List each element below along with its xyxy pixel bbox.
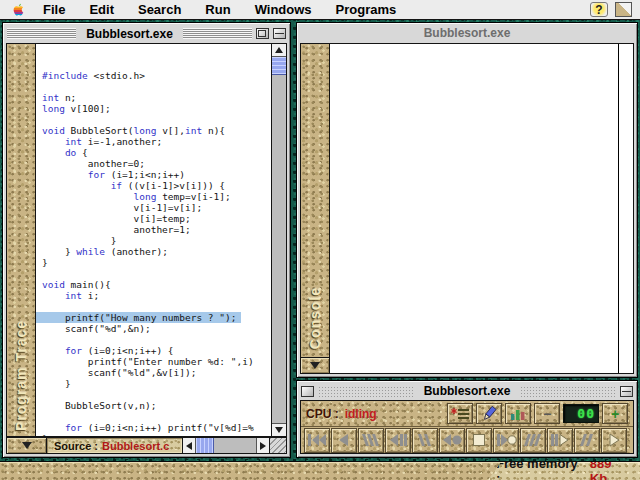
- vertical-scroll-thumb[interactable]: [272, 57, 286, 75]
- trace-step-out-back-button[interactable]: [385, 428, 411, 453]
- code-line[interactable]: printf("Enter number %d: ",i): [42, 356, 271, 367]
- console-popup-button[interactable]: [301, 357, 329, 373]
- scroll-down-button[interactable]: [272, 423, 286, 436]
- cpu-label: CPU :: [306, 407, 339, 421]
- windowshade-box-icon[interactable]: [273, 28, 286, 39]
- code-line[interactable]: [42, 334, 271, 345]
- trace-trace-back-button[interactable]: [412, 428, 438, 453]
- code-lines: #include <stdio.h> int n;long v[100]; vo…: [42, 70, 271, 436]
- desktop: FileEditSearchRunWindowsPrograms ? Bubbl…: [0, 0, 640, 480]
- code-line[interactable]: another=1;: [42, 224, 271, 235]
- zoom-box-icon[interactable]: [256, 28, 269, 39]
- code-line[interactable]: scanf("%d",&n);: [42, 323, 271, 334]
- code-line[interactable]: long temp=v[i-1];: [42, 191, 271, 202]
- code-line[interactable]: #include <stdio.h>: [42, 70, 271, 81]
- apple-logo-icon: [12, 2, 25, 17]
- code-line[interactable]: }: [42, 378, 271, 389]
- menu-list-icon: [450, 407, 470, 421]
- source-window-titlebar[interactable]: Bubblesort.exe: [3, 23, 290, 42]
- code-line[interactable]: int n;: [42, 92, 271, 103]
- dropdown-arrow-icon: [22, 442, 32, 449]
- trace-run-back-to-cursor-button[interactable]: [439, 428, 465, 453]
- close-box-icon[interactable]: [301, 386, 314, 397]
- code-line[interactable]: }: [42, 257, 271, 268]
- code-line[interactable]: for (i=0;i<n;i++) printf("v[%d]=%: [42, 422, 271, 433]
- code-line[interactable]: [42, 81, 271, 92]
- code-line[interactable]: v[i-1]=v[i];: [42, 202, 271, 213]
- trace-step-over-button[interactable]: [547, 428, 573, 453]
- menu-item-file[interactable]: File: [31, 2, 77, 17]
- popup-menu-button[interactable]: [447, 403, 473, 424]
- code-line[interactable]: long v[100];: [42, 103, 271, 114]
- code-line[interactable]: [42, 114, 271, 125]
- debug-window-titlebar[interactable]: Bubblesort.exe: [297, 381, 637, 399]
- bar-tri-circle-icon: [495, 432, 517, 448]
- windowshade-box-icon[interactable]: [620, 386, 633, 397]
- source-window-footer: Source : Bubblesort.c: [6, 437, 287, 454]
- code-line[interactable]: printf("How many numbers ? ");: [42, 312, 271, 323]
- trace-run-back-button[interactable]: [358, 428, 384, 453]
- code-line[interactable]: }: [42, 235, 271, 246]
- menu-item-programs[interactable]: Programs: [324, 2, 409, 17]
- menu-item-windows[interactable]: Windows: [243, 2, 324, 17]
- application-menu-icon[interactable]: [615, 2, 632, 17]
- trace-step-forward-button[interactable]: [601, 428, 627, 453]
- horizontal-scrollbar[interactable]: [183, 438, 269, 453]
- code-editor[interactable]: #include <stdio.h> int n;long v[100]; vo…: [36, 44, 271, 436]
- code-line[interactable]: for (i=1;i<n;i++): [42, 169, 271, 180]
- free-memory-value: 889 Kb: [590, 456, 632, 480]
- trace-stop-button[interactable]: [466, 428, 492, 453]
- code-line[interactable]: [42, 268, 271, 279]
- trace-skip-to-start-button[interactable]: [304, 428, 330, 453]
- code-line[interactable]: int i=-1,another;: [42, 136, 271, 147]
- code-line[interactable]: [42, 389, 271, 400]
- speed-decrease-button[interactable]: −: [534, 403, 560, 424]
- code-line[interactable]: another=0;: [42, 158, 271, 169]
- code-line[interactable]: scanf("%ld",&v[i]);: [42, 367, 271, 378]
- apple-menu-icon[interactable]: [12, 2, 25, 17]
- code-line[interactable]: void BubbleSort(long v[],int n){: [42, 125, 271, 136]
- stop-square-icon: [468, 432, 490, 448]
- help-icon[interactable]: ?: [590, 2, 608, 17]
- trace-run-to-cursor-button[interactable]: [493, 428, 519, 453]
- menu-item-edit[interactable]: Edit: [77, 2, 126, 17]
- code-line[interactable]: if ((v[i-1]>v[i])) {: [42, 180, 271, 191]
- console-window-titlebar[interactable]: Bubblesort.exe: [297, 23, 637, 42]
- statistics-chart-button[interactable]: [505, 403, 531, 424]
- console-scrollbar[interactable]: [618, 44, 633, 373]
- menu-item-search[interactable]: Search: [126, 2, 193, 17]
- code-line[interactable]: } while (another);: [42, 246, 271, 257]
- trace-step-back-button[interactable]: [331, 428, 357, 453]
- scroll-up-button[interactable]: [272, 44, 286, 57]
- code-line[interactable]: for (i=0;i<n;i++) {: [42, 345, 271, 356]
- code-line[interactable]: [42, 301, 271, 312]
- code-line[interactable]: BubbleSort(v,n);: [42, 400, 271, 411]
- code-line[interactable]: v[i]=temp;: [42, 213, 271, 224]
- menu-bar: FileEditSearchRunWindowsPrograms ?: [0, 0, 640, 20]
- menu-item-run[interactable]: Run: [193, 2, 242, 17]
- code-line[interactable]: void main(){: [42, 279, 271, 290]
- console-output[interactable]: [330, 44, 618, 373]
- code-line[interactable]: [42, 411, 271, 422]
- source-window-title: Bubblesort.exe: [80, 27, 179, 41]
- menu-items: FileEditSearchRunWindowsPrograms: [31, 2, 408, 17]
- console-window-title: Bubblesort.exe: [424, 26, 511, 40]
- code-line[interactable]: int i;: [42, 290, 271, 301]
- horizontal-scroll-thumb[interactable]: [196, 438, 214, 453]
- scroll-right-button[interactable]: [256, 438, 269, 453]
- speed-increase-button[interactable]: +: [602, 403, 628, 424]
- stripes-left-2-icon: [414, 432, 436, 448]
- stripes-right-2-icon: [576, 432, 598, 448]
- trace-run-forward-button[interactable]: [520, 428, 546, 453]
- code-line[interactable]: do {: [42, 147, 271, 158]
- edit-pencil-button[interactable]: [476, 403, 502, 424]
- debug-window-body: CPU : idling: [300, 400, 634, 454]
- vertical-scrollbar[interactable]: [271, 44, 286, 436]
- stripes-right-icon: [522, 432, 544, 448]
- trace-trace-forward-button[interactable]: [574, 428, 600, 453]
- scroll-left-button[interactable]: [183, 438, 196, 453]
- source-popup-button[interactable]: [7, 438, 47, 453]
- code-line[interactable]: }: [42, 433, 271, 436]
- resize-grip[interactable]: [269, 438, 286, 453]
- program-trace-strip: Program Trace: [7, 44, 36, 436]
